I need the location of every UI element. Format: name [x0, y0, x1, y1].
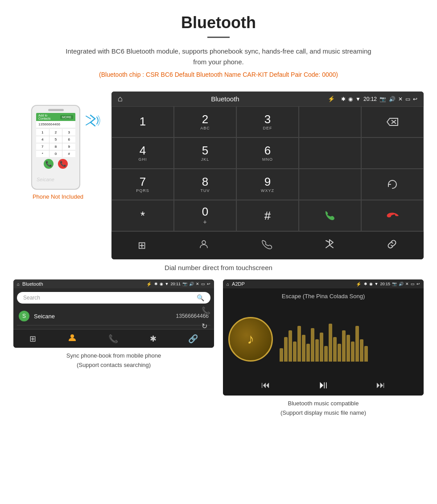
nav-contacts-icon[interactable] — [190, 236, 218, 255]
music-screen: ⌂ A2DP ⚡ ✱◉▼ 20:15 📷🔊✕▭↩ Escape (The Pin… — [223, 279, 424, 396]
contact-initial: S — [19, 311, 29, 321]
dial-key-6[interactable]: 6 MNO — [236, 137, 299, 169]
pb-usb-icon: ⚡ — [146, 282, 152, 287]
nav-link-icon[interactable] — [378, 236, 406, 255]
dial-key-3[interactable]: 3 DEF — [236, 106, 299, 137]
specs-line: (Bluetooth chip : CSR BC6 Default Blueto… — [9, 71, 428, 78]
dial-caption: Dial number direct from touchscreen — [0, 264, 437, 271]
dial-call-red[interactable] — [361, 200, 424, 231]
nav-bluetooth-icon[interactable] — [316, 236, 343, 255]
eq-bar — [351, 342, 355, 362]
bottom-row: ⌂ Bluetooth ⚡ ✱◉▼ 20:11 📷🔊✕▭↩ Search 🔍 — [0, 279, 437, 418]
music-item: ⌂ A2DP ⚡ ✱◉▼ 20:15 📷🔊✕▭↩ Escape (The Pin… — [223, 279, 424, 418]
eq-bar — [293, 342, 297, 362]
dial-key-1[interactable]: 1 — [111, 106, 174, 137]
eq-bar — [315, 339, 319, 362]
title-divider — [207, 37, 230, 38]
bluetooth-waves-icon — [82, 112, 100, 133]
music-note-icon: ♪ — [247, 331, 254, 347]
phonebook-caption: Sync phone-book from mobile phone (Suppo… — [66, 351, 161, 370]
phonebook-screen: ⌂ Bluetooth ⚡ ✱◉▼ 20:11 📷🔊✕▭↩ Search 🔍 — [13, 279, 214, 348]
volume-icon[interactable]: 🔊 — [389, 96, 396, 102]
dialpad-grid: 1 2 ABC 3 DEF 4 GHI — [111, 106, 424, 231]
eq-bar — [355, 326, 359, 362]
eq-bar — [320, 333, 323, 362]
dial-key-8[interactable]: 8 TUV — [174, 169, 236, 200]
next-track-icon[interactable]: ⏭ — [376, 380, 385, 390]
equalizer — [280, 317, 418, 362]
eq-bar — [364, 346, 368, 362]
eq-bar — [360, 339, 363, 362]
dial-key-hash[interactable]: # — [236, 200, 299, 231]
play-pause-icon[interactable]: ⏯ — [318, 379, 329, 391]
usb-icon: ⚡ — [328, 96, 335, 102]
status-icons: ✱ ◉ ▼ 20:12 📷 🔊 ✕ ▭ ↩ — [341, 96, 417, 102]
phone-wrap: Add to ContactsMORE 13566664466 1 2 3 4 … — [31, 105, 85, 190]
window-icon[interactable]: ▭ — [405, 96, 410, 102]
right-phone-icon[interactable]: 📞 — [202, 306, 210, 315]
pb-status-icons: ✱◉▼ 20:11 📷🔊✕▭↩ — [154, 282, 210, 286]
dial-empty-1 — [299, 106, 361, 137]
pb-time: 20:11 — [170, 282, 181, 286]
dial-key-7[interactable]: 7 PQRS — [111, 169, 174, 200]
dial-backspace[interactable] — [361, 106, 424, 137]
phone-not-included-label: Phone Not Included — [33, 193, 83, 200]
right-refresh-icon[interactable]: ↻ — [202, 322, 210, 330]
signal-icon: ▼ — [355, 96, 361, 102]
music-home-icon[interactable]: ⌂ — [227, 282, 229, 287]
camera-icon[interactable]: 📷 — [379, 96, 386, 102]
pb-nav-grid[interactable]: ⊞ — [29, 334, 36, 344]
music-controls: ⏮ ⏯ ⏭ — [228, 374, 418, 391]
dial-key-2[interactable]: 2 ABC — [174, 106, 236, 137]
album-art: ♪ — [228, 317, 273, 362]
song-title: Escape (The Pina Colada Song) — [282, 293, 365, 300]
back-icon[interactable]: ↩ — [413, 96, 417, 102]
dial-call-green[interactable] — [299, 200, 361, 231]
dial-key-0[interactable]: 0 + — [174, 200, 236, 231]
phonebook-search[interactable]: Search 🔍 — [17, 292, 210, 304]
car-screen-title: Bluetooth — [129, 95, 322, 103]
eq-bar — [346, 335, 350, 362]
home-icon[interactable]: ⌂ — [118, 94, 123, 104]
phone-container: Add to ContactsMORE 13566664466 1 2 3 4 … — [13, 92, 103, 200]
contact-row-seicane[interactable]: S Seicane 13566664466 — [17, 307, 210, 325]
pb-screen-title: Bluetooth — [22, 281, 144, 287]
svg-point-5 — [202, 241, 206, 244]
car-bottom-bar: ⊞ — [111, 231, 424, 259]
eq-bar — [306, 344, 310, 362]
pb-home-icon[interactable]: ⌂ — [17, 282, 20, 287]
prev-track-icon[interactable]: ⏮ — [261, 380, 270, 390]
music-caption: Bluetooth music compatible (Support disp… — [280, 399, 366, 418]
page-header: Bluetooth Integrated with BC6 Bluetooth … — [0, 0, 437, 92]
dial-key-star[interactable]: * — [111, 200, 174, 231]
pb-nav-bt[interactable]: ✱ — [150, 334, 157, 344]
eq-bar — [342, 330, 346, 362]
music-usb-icon: ⚡ — [356, 282, 361, 287]
dial-empty-3 — [361, 137, 424, 169]
pb-nav-link[interactable]: 🔗 — [188, 334, 198, 344]
eq-bar — [324, 346, 328, 362]
dial-refresh[interactable] — [361, 169, 424, 200]
nav-dialpad-icon[interactable]: ⊞ — [129, 237, 155, 254]
eq-bar — [329, 324, 332, 362]
eq-bar — [302, 335, 305, 362]
phonebook-status-bar: ⌂ Bluetooth ⚡ ✱◉▼ 20:11 📷🔊✕▭↩ — [13, 279, 214, 288]
phonebook-bottom-bar: ⊞ 📞 ✱ 🔗 — [13, 329, 214, 348]
car-dial-screen: ⌂ Bluetooth ⚡ ✱ ◉ ▼ 20:12 📷 🔊 ✕ ▭ ↩ 1 — [111, 92, 424, 259]
svg-point-8 — [70, 334, 74, 338]
pb-nav-user[interactable] — [68, 333, 77, 344]
nav-phone-icon[interactable] — [253, 236, 281, 255]
dial-key-4[interactable]: 4 GHI — [111, 137, 174, 169]
dial-key-9[interactable]: 9 WXYZ — [236, 169, 299, 200]
eq-bar — [280, 348, 283, 362]
pb-nav-phone[interactable]: 📞 — [108, 334, 118, 344]
eq-bar — [297, 326, 301, 362]
phonebook-area: Search 🔍 S Seicane 13566664466 — [13, 288, 214, 329]
svg-line-1 — [86, 122, 91, 125]
dial-key-5[interactable]: 5 JKL — [174, 137, 236, 169]
music-content: ♪ — [228, 317, 418, 362]
close-icon[interactable]: ✕ — [398, 96, 403, 102]
car-status-bar: ⌂ Bluetooth ⚡ ✱ ◉ ▼ 20:12 📷 🔊 ✕ ▭ ↩ — [111, 92, 424, 106]
main-section: Add to ContactsMORE 13566664466 1 2 3 4 … — [0, 92, 437, 259]
search-icon: 🔍 — [197, 294, 204, 301]
